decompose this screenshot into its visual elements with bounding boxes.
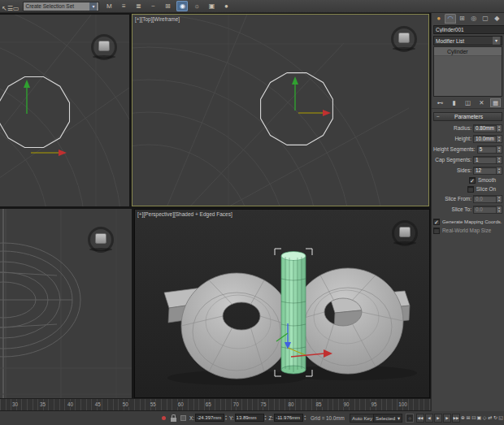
viewport-top-label[interactable]: [+][Top][Wireframe] (135, 16, 180, 22)
viewport-left[interactable] (0, 209, 132, 398)
go-to-end-button[interactable]: ▶▶ (452, 414, 460, 423)
rendered-frame-icon[interactable]: ▣ (206, 1, 217, 11)
zoom-all-icon[interactable]: ⊞ (466, 414, 471, 423)
spinner[interactable]: ▴▾ (496, 157, 502, 163)
pin-stack-button[interactable]: ⊷ (435, 98, 445, 107)
parameter-field[interactable]: 0.80mm ▴▾ (473, 124, 502, 132)
layer-manager-icon[interactable]: ≣ (133, 1, 144, 11)
spinner[interactable]: ▴▾ (496, 146, 502, 153)
viewport-top-left[interactable] (0, 15, 129, 206)
coordinate-spinner[interactable]: ▴▾ (265, 414, 267, 421)
viewcube-cube[interactable] (95, 233, 106, 244)
viewport-perspective-label[interactable]: [+][Perspective][Shaded + Edged Faces] (137, 211, 232, 217)
orbit-icon[interactable]: ↻ (493, 414, 498, 423)
coordinate-input[interactable]: -11.976mm (274, 414, 303, 422)
viewcube-cube[interactable] (398, 33, 410, 43)
utilities-tab[interactable]: ◆ (492, 14, 502, 24)
parameter-field[interactable]: 1 ▴▾ (473, 156, 502, 164)
selection-set-dropdown[interactable]: Selected ▾ (373, 414, 402, 423)
spinner[interactable]: ▴▾ (496, 196, 502, 202)
parameter-value: 12 (474, 167, 496, 173)
zoom-icon[interactable]: ⊕ (460, 414, 466, 423)
viewcube[interactable] (391, 26, 417, 52)
zoom-extents-icon[interactable]: ⊡ (471, 414, 476, 423)
hierarchy-tab[interactable]: ⊞ (457, 14, 467, 24)
remove-modifier-button[interactable]: ✕ (476, 98, 487, 107)
key-filters-button[interactable]: ○ (406, 414, 414, 423)
parameter-field[interactable]: 0.0 ▴▾ (473, 195, 502, 203)
selection-lock-icon[interactable] (171, 418, 176, 422)
show-end-result-button[interactable]: ▮ (449, 98, 459, 107)
modifier-stack-item[interactable]: Cylinder (434, 47, 502, 56)
viewcube-cube[interactable] (98, 41, 110, 51)
render-setup-icon[interactable]: ☼ (191, 1, 202, 11)
spinner[interactable]: ▴▾ (496, 136, 502, 142)
parameter-label: Slice From: (433, 196, 473, 202)
generate-mapping-coords-checkbox[interactable] (433, 219, 440, 225)
parameters-rollout-header[interactable]: − Parameters (433, 112, 502, 121)
coordinate-spinner[interactable]: ▴▾ (304, 414, 306, 421)
modify-tab[interactable]: ◠ (445, 14, 455, 24)
rollout-title: Parameters (442, 114, 495, 119)
align-icon[interactable]: ≡ (118, 1, 129, 11)
go-to-start-button[interactable]: ◀◀ (416, 414, 424, 423)
motion-tab[interactable]: ◎ (468, 14, 479, 24)
viewport-top[interactable]: [+][Top][Wireframe] (132, 14, 429, 206)
viewport-perspective[interactable]: [+][Perspective][Shaded + Edged Faces] (134, 209, 430, 398)
zoom-region-icon[interactable]: ◇ (482, 414, 488, 423)
chevron-down-icon[interactable]: ▾ (493, 37, 500, 45)
coordinate-spinner[interactable]: ▴▾ (225, 414, 227, 421)
pan-icon[interactable]: ⇄ (487, 414, 493, 423)
spinner[interactable]: ▴▾ (496, 167, 502, 174)
auto-key-button[interactable]: Auto Key (350, 414, 375, 423)
maximize-viewport-icon[interactable]: ◱ (498, 414, 504, 423)
viewcube-cube[interactable] (399, 227, 411, 237)
timeline-frame-number: 65 (205, 401, 212, 407)
named-selection-sets-combo[interactable]: Create Selection Set ▾ (23, 2, 99, 11)
viewcube[interactable] (88, 227, 114, 253)
smooth-checkbox[interactable] (469, 177, 476, 184)
previous-frame-button[interactable]: ◀ (425, 414, 433, 423)
object-name-field[interactable] (433, 25, 504, 34)
parameter-field[interactable]: 12 ▴▾ (473, 167, 502, 175)
chevron-down-icon[interactable]: ▾ (398, 414, 400, 422)
axis-gizmo[interactable] (292, 76, 331, 116)
viewcube[interactable] (91, 34, 117, 60)
schematic-view-icon[interactable]: ⊞ (162, 1, 173, 11)
select-by-name-icon[interactable]: ☰ (7, 5, 13, 12)
curve-editor-icon[interactable]: ~ (147, 1, 159, 11)
absolute-mode-icon[interactable] (180, 415, 186, 421)
parameter-label: Sides: (433, 167, 473, 173)
coordinate-input[interactable]: -24.397mm (195, 414, 224, 422)
timeline-track-bar[interactable]: 3035404550556065707580859095100 (0, 398, 431, 411)
slice-on-checkbox[interactable] (467, 186, 474, 193)
axis-gizmo[interactable] (24, 80, 67, 156)
select-object-icon[interactable]: ↖ (2, 5, 7, 12)
make-unique-button[interactable]: ◫ (463, 98, 473, 107)
modifier-list-dropdown[interactable]: Modifier List ▾ (433, 36, 502, 46)
modifier-stack[interactable]: Cylinder (433, 46, 502, 97)
create-tab[interactable]: ● (433, 14, 444, 24)
parameter-field[interactable]: 0.0 ▴▾ (473, 206, 502, 214)
viewcube[interactable] (392, 220, 418, 246)
real-world-map-size-checkbox[interactable] (433, 228, 440, 234)
play-button[interactable]: ▶ (434, 414, 442, 423)
spinner[interactable]: ▴▾ (496, 125, 502, 132)
configure-modifier-sets-button[interactable]: ▦ (490, 98, 501, 107)
next-frame-button[interactable]: ▶ (443, 414, 451, 423)
chevron-down-icon[interactable]: ▾ (89, 2, 97, 11)
zoom-extents-all-icon[interactable]: ▣ (476, 414, 482, 423)
top-scene (133, 15, 428, 206)
render-production-icon[interactable]: ● (220, 1, 232, 11)
torus-wireframe[interactable] (0, 243, 80, 357)
material-editor-icon[interactable]: ◉ (176, 1, 188, 11)
display-tab[interactable]: ▢ (480, 14, 490, 24)
parameter-field[interactable]: 5 ▴▾ (477, 145, 502, 154)
mirror-icon[interactable]: M (103, 1, 115, 11)
spinner[interactable]: ▴▾ (496, 206, 502, 213)
timeline-frame-number: 90 (342, 401, 350, 407)
parameter-field[interactable]: 10.0mm ▴▾ (473, 135, 502, 143)
coordinate-input[interactable]: 13.89mm (235, 414, 264, 422)
collapse-icon[interactable]: − (437, 114, 440, 119)
selection-region-icon[interactable]: ▭ (13, 5, 20, 12)
